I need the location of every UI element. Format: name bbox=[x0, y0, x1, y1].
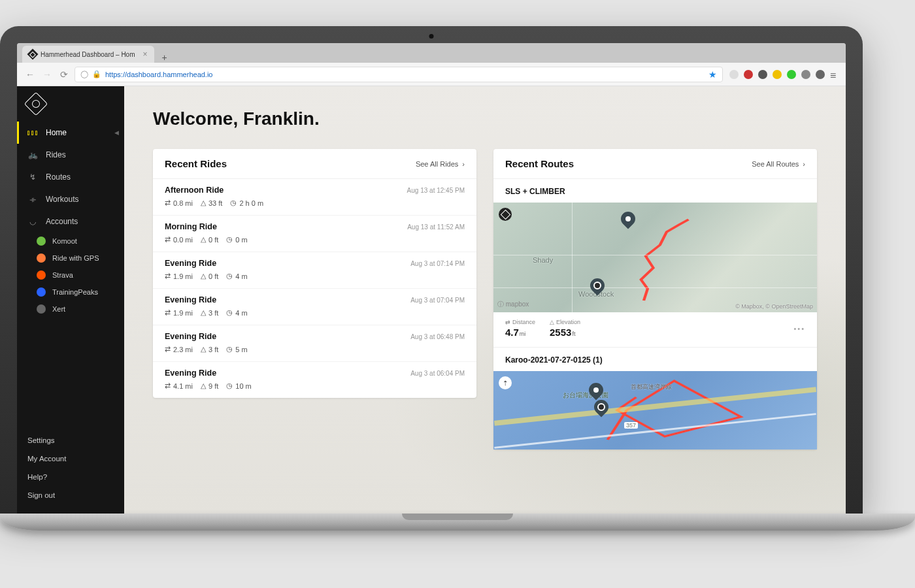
account-label: TrainingPeaks bbox=[52, 288, 98, 296]
laptop-frame: Hammerhead Dashboard – Hom × + ← → ⟳ ◯ 🔒… bbox=[0, 26, 863, 514]
sidebar-my-account[interactable]: My Account bbox=[17, 449, 124, 468]
sidebar-item-label: Routes bbox=[46, 172, 71, 182]
distance-icon: ⇄ bbox=[165, 272, 171, 280]
app-logo[interactable] bbox=[17, 86, 124, 122]
screen: Hammerhead Dashboard – Hom × + ← → ⟳ ◯ 🔒… bbox=[17, 43, 846, 514]
ride-row[interactable]: Afternoon Ride⇄0.8 mi△33 ft◷2 h 0 mAug 1… bbox=[153, 179, 476, 216]
sidebar-item-workouts[interactable]: ⟛ Workouts bbox=[17, 188, 124, 210]
account-label: Komoot bbox=[52, 237, 77, 245]
tab-close-icon[interactable]: × bbox=[143, 50, 148, 59]
ride-name: Evening Ride bbox=[165, 259, 248, 268]
route-icon: ↯ bbox=[27, 172, 38, 182]
chevron-left-icon: ◀ bbox=[114, 129, 119, 136]
sidebar-item-label: Accounts bbox=[46, 217, 78, 226]
ride-row[interactable]: Morning Ride⇄0.0 mi△0 ft◷0 mAug 13 at 11… bbox=[153, 216, 476, 252]
ext-icon[interactable] bbox=[758, 70, 767, 79]
card-title: Recent Rides bbox=[165, 158, 227, 169]
route-more-menu[interactable]: ••• bbox=[793, 325, 805, 333]
account-trainingpeaks[interactable]: TrainingPeaks bbox=[17, 284, 124, 301]
sidebar-item-home[interactable]: ⫾⫾⫾ Home ◀ bbox=[17, 122, 124, 144]
clock-icon: ◷ bbox=[226, 308, 233, 317]
sidebar-help[interactable]: Help? bbox=[17, 468, 124, 486]
account-xert[interactable]: Xert bbox=[17, 301, 124, 318]
ride-timestamp: Aug 3 at 07:04 PM bbox=[410, 295, 465, 304]
distance-icon: ⇄ bbox=[165, 308, 171, 317]
account-strava[interactable]: Strava bbox=[17, 267, 124, 284]
ride-stats: ⇄1.9 mi△0 ft◷4 m bbox=[165, 272, 248, 280]
clock-icon: ◷ bbox=[226, 345, 233, 353]
see-all-rides-link[interactable]: See All Rides › bbox=[416, 160, 465, 168]
card-title: Recent Routes bbox=[505, 158, 574, 169]
ext-icon[interactable] bbox=[729, 70, 739, 79]
ride-name: Evening Ride bbox=[165, 332, 248, 341]
ride-row[interactable]: Evening Ride⇄1.9 mi△0 ft◷4 mAug 3 at 07:… bbox=[153, 252, 476, 289]
route-name[interactable]: SLS + CLIMBER bbox=[493, 179, 817, 203]
bookmark-star-icon[interactable]: ★ bbox=[708, 69, 717, 80]
lock-icon: 🔒 bbox=[92, 70, 101, 78]
distance-icon: ⇄ bbox=[505, 319, 510, 325]
map-label: Shady bbox=[533, 256, 553, 264]
browser-menu-icon[interactable]: ≡ bbox=[830, 70, 839, 79]
new-tab-button[interactable]: + bbox=[158, 52, 171, 63]
elevation-icon: △ bbox=[201, 345, 206, 353]
account-label: Ride with GPS bbox=[52, 254, 99, 262]
main-content: Welcome, Franklin. Recent Rides See All … bbox=[124, 86, 846, 514]
distance-icon: ⇄ bbox=[165, 382, 171, 390]
ride-stats: ⇄0.8 mi△33 ft◷2 h 0 m bbox=[165, 199, 263, 207]
clock-icon: ◷ bbox=[226, 235, 233, 244]
account-ridewithgps[interactable]: Ride with GPS bbox=[17, 250, 124, 267]
app-root: ⫾⫾⫾ Home ◀ 🚲 Rides ↯ Routes ⟛ Workouts bbox=[17, 86, 846, 514]
ride-name: Evening Ride bbox=[165, 295, 248, 304]
home-icon: ⫾⫾⫾ bbox=[27, 128, 38, 137]
route-map[interactable]: Shady Woodstock ⓘ mapbox © Mapbox, © Ope… bbox=[493, 203, 817, 312]
ext-icon[interactable] bbox=[816, 70, 825, 79]
ride-stats: ⇄0.0 mi△0 ft◷0 m bbox=[165, 235, 248, 244]
elevation-icon: △ bbox=[201, 272, 206, 280]
tab-title: Hammerhead Dashboard – Hom bbox=[41, 51, 135, 58]
sync-icon: ◡ bbox=[27, 217, 38, 226]
see-all-routes-link[interactable]: See All Routes › bbox=[752, 160, 805, 168]
dumbbell-icon: ⟛ bbox=[27, 195, 38, 204]
sidebar-item-accounts[interactable]: ◡ Accounts bbox=[17, 210, 124, 233]
ride-timestamp: Aug 13 at 11:52 AM bbox=[407, 222, 465, 231]
ride-name: Morning Ride bbox=[165, 222, 248, 231]
route-map[interactable]: ⇡ お台場海浜公園 首都高速湾岸線 357 bbox=[493, 371, 817, 449]
account-label: Strava bbox=[52, 271, 73, 279]
back-button[interactable]: ← bbox=[24, 68, 37, 81]
browser-tab[interactable]: Hammerhead Dashboard – Hom × bbox=[22, 46, 154, 63]
bike-icon: 🚲 bbox=[27, 150, 38, 159]
recent-rides-card: Recent Rides See All Rides › Afternoon R… bbox=[153, 149, 476, 398]
sidebar-signout[interactable]: Sign out bbox=[17, 486, 124, 504]
ride-row[interactable]: Evening Ride⇄2.3 mi△3 ft◷5 mAug 3 at 06:… bbox=[153, 325, 476, 362]
forward-button[interactable]: → bbox=[41, 68, 54, 81]
clock-icon: ◷ bbox=[226, 272, 233, 280]
distance-icon: ⇄ bbox=[165, 235, 171, 244]
ride-row[interactable]: Evening Ride⇄1.9 mi△3 ft◷4 mAug 3 at 07:… bbox=[153, 289, 476, 325]
browser-toolbar: ← → ⟳ ◯ 🔒 https://dashboard.hammerhead.i… bbox=[17, 63, 846, 86]
reload-button[interactable]: ⟳ bbox=[58, 68, 71, 81]
komoot-icon bbox=[37, 237, 46, 246]
ext-icon[interactable] bbox=[773, 70, 782, 79]
elevation-icon: △ bbox=[201, 308, 206, 317]
sidebar-item-rides[interactable]: 🚲 Rides bbox=[17, 144, 124, 166]
laptop-base bbox=[0, 514, 915, 531]
route-stats: ⇄Distance 4.7mi △Elevation 2553ft ••• bbox=[493, 312, 817, 347]
account-komoot[interactable]: Komoot bbox=[17, 233, 124, 250]
elevation-icon: △ bbox=[201, 382, 206, 390]
ride-name: Evening Ride bbox=[165, 368, 252, 378]
address-bar[interactable]: ◯ 🔒 https://dashboard.hammerhead.io ★ bbox=[75, 67, 723, 82]
ext-icon[interactable] bbox=[744, 70, 753, 79]
camera-dot bbox=[429, 34, 434, 39]
ext-icon[interactable] bbox=[801, 70, 810, 79]
ext-icon[interactable] bbox=[787, 70, 796, 79]
elevation-icon: △ bbox=[201, 199, 206, 207]
clock-icon: ◷ bbox=[226, 382, 233, 390]
ride-stats: ⇄4.1 mi△9 ft◷10 m bbox=[165, 382, 252, 390]
sidebar-settings[interactable]: Settings bbox=[17, 431, 124, 449]
ride-row[interactable]: Evening Ride⇄4.1 mi△9 ft◷10 mAug 3 at 06… bbox=[153, 362, 476, 398]
sidebar-item-routes[interactable]: ↯ Routes bbox=[17, 166, 124, 188]
distance-icon: ⇄ bbox=[165, 345, 171, 353]
map-label: 首都高速湾岸線 bbox=[631, 383, 672, 391]
tab-favicon-icon bbox=[27, 49, 39, 60]
route-name[interactable]: Karoo-2021-07-27-0125 (1) bbox=[493, 347, 817, 371]
